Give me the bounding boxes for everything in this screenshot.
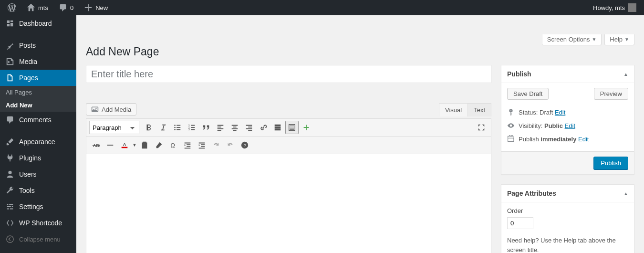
add-media-button[interactable]: Add Media [86,103,136,116]
hr-icon [106,141,114,149]
help-shortcut-button[interactable]: ? [238,138,251,152]
publish-box: Publish▲ Save Draft Preview Status: Draf… [501,65,634,175]
title-input[interactable] [86,65,491,83]
toolbar-row-2: ABC A ▼ Ω ? [86,137,491,154]
textcolor-button[interactable]: A [118,138,131,152]
schedule-line: Publish immediately Edit [507,132,628,146]
textcolor-dropdown[interactable]: ▼ [132,143,137,148]
svg-text:?: ? [244,143,247,148]
svg-text:A: A [123,142,126,147]
menu-settings[interactable]: Settings [0,199,76,215]
add-shortcode-button[interactable] [300,121,313,134]
collapse-menu[interactable]: Collapse menu [0,231,76,247]
tab-text[interactable]: Text [467,103,491,116]
redo-button[interactable] [224,138,237,152]
menu-plugins[interactable]: Plugins [0,150,76,166]
new-label: New [95,4,108,11]
indent-button[interactable] [195,138,208,152]
submenu-add-new[interactable]: Add New [0,99,76,112]
wrench-icon [6,186,14,195]
page-attributes-help: Need help? Use the Help tab above the sc… [507,236,628,253]
page-title: Add New Page [86,45,634,58]
publish-box-header[interactable]: Publish▲ [501,65,634,83]
svg-text:Ω: Ω [171,142,175,149]
save-draft-button[interactable]: Save Draft [507,88,549,100]
user-icon [6,170,14,179]
menu-comments[interactable]: Comments [0,112,76,128]
calendar-icon [507,135,515,143]
comment-icon [59,3,67,12]
edit-status-link[interactable]: Edit [555,109,565,116]
undo-button[interactable] [209,138,223,152]
strikethrough-button[interactable]: ABC [89,138,103,152]
admin-menu: Dashboard Posts Media Pages All Pages Ad… [0,15,76,253]
paste-text-button[interactable] [138,138,151,152]
textcolor-icon: A [120,141,129,149]
hr-button[interactable] [104,138,117,152]
howdy-link[interactable]: Howdy, mts [589,0,640,15]
screen-options-button[interactable]: Screen Options▼ [542,34,602,45]
plus-icon [302,123,311,132]
new-content-link[interactable]: New [80,0,112,15]
content-area[interactable] [86,154,491,253]
edit-schedule-link[interactable]: Edit [578,136,589,143]
collapse-icon [6,235,14,243]
toolbar-toggle-button[interactable] [285,121,299,134]
align-center-button[interactable] [228,121,241,134]
align-right-button[interactable] [242,121,256,134]
readmore-button[interactable] [271,121,284,134]
chevron-down-icon: ▼ [592,37,596,42]
tab-visual[interactable]: Visual [439,103,467,116]
chevron-down-icon: ▼ [624,37,629,42]
chevron-up-icon: ▲ [623,72,628,77]
quote-button[interactable] [199,121,213,134]
visibility-line: Visibility: Public Edit [507,119,628,132]
status-line: Status: Draft Edit [507,105,628,119]
align-left-button[interactable] [214,121,227,134]
code-icon [6,219,14,227]
ul-button[interactable] [171,121,184,134]
page-attributes-header[interactable]: Page Attributes▲ [501,185,634,202]
preview-button[interactable]: Preview [594,88,628,100]
format-select[interactable]: Paragraph [89,121,139,134]
screen-meta: Screen Options▼ Help▼ [542,34,634,45]
admin-bar: mts 0 New Howdy, mts [0,0,644,15]
editor-tabs: Visual Text [439,103,491,116]
submenu-all-pages[interactable]: All Pages [0,86,76,99]
comment-icon [6,116,14,124]
menu-users[interactable]: Users [0,166,76,182]
clear-format-button[interactable] [152,138,166,152]
order-input[interactable] [507,217,533,229]
site-name-link[interactable]: mts [23,0,52,15]
ol-button[interactable]: 123 [185,121,198,134]
menu-dashboard[interactable]: Dashboard [0,15,76,32]
help-button[interactable]: Help▼ [604,34,634,45]
menu-posts[interactable]: Posts [0,37,76,53]
pin-icon [6,41,14,50]
align-left-icon [216,123,225,132]
svg-rect-10 [122,147,128,148]
menu-tools[interactable]: Tools [0,182,76,199]
fullscreen-icon [477,123,486,132]
menu-pages[interactable]: Pages [0,70,76,86]
fullscreen-button[interactable] [475,121,488,134]
comments-link[interactable]: 0 [55,0,77,15]
comments-count: 0 [70,4,73,11]
link-button[interactable] [257,121,270,134]
italic-button[interactable] [156,121,170,134]
eye-icon [507,122,515,129]
wordpress-icon [8,3,16,12]
media-icon [6,57,14,66]
menu-appearance[interactable]: Appearance [0,134,76,150]
italic-icon [159,123,167,132]
outdent-button[interactable] [181,138,194,152]
special-char-button[interactable]: Ω [166,138,180,152]
edit-visibility-link[interactable]: Edit [565,122,575,129]
svg-point-1 [174,125,176,126]
menu-wp-shortcode[interactable]: WP Shortcode [0,215,76,231]
svg-text:3: 3 [188,128,190,131]
wp-logo[interactable] [4,0,20,15]
publish-button[interactable]: Publish [593,157,628,169]
menu-media[interactable]: Media [0,53,76,70]
bold-button[interactable] [142,121,156,134]
